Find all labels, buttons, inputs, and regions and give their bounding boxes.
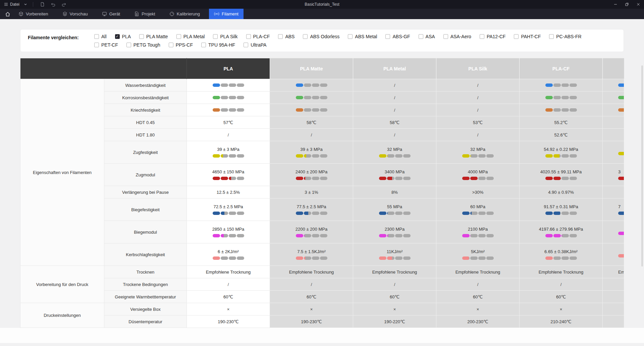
filter-row-1: All✓PLAPLA MattePLA MetalPLA SilkPLA-CFA…: [94, 34, 582, 39]
rating-bar: [545, 96, 577, 99]
filament-checkbox-pet-cf[interactable]: PET-CF: [94, 42, 118, 48]
main-nav: VorbereitenVorschauGerätProjektKalibrier…: [0, 9, 644, 19]
checkbox-box: [94, 43, 99, 47]
rating-cell: [618, 108, 624, 112]
filament-checkbox-asa[interactable]: ASA: [419, 34, 435, 39]
filament-checkbox-pla[interactable]: ✓PLA: [115, 34, 131, 39]
redo-icon[interactable]: [59, 1, 68, 8]
column-header-pla-silk[interactable]: PLA Silk: [436, 58, 520, 79]
tab-vorbereiten[interactable]: Vorbereiten: [13, 9, 53, 19]
cell-value: 55 MPa: [387, 204, 402, 209]
filament-checkbox-pa12-cf[interactable]: PA12-CF: [480, 34, 506, 39]
filament-checkbox-petg-tough[interactable]: PETG Tough: [126, 42, 160, 48]
rating-bar: [618, 108, 624, 112]
rating-bar: [296, 96, 327, 99]
value-with-bar: 4000 MPa: [436, 169, 519, 180]
column-header-pla-cf[interactable]: PLA-CF: [520, 58, 603, 79]
rating-cell: [520, 83, 602, 87]
project-icon: [134, 11, 139, 16]
filament-checkbox-abs-metal[interactable]: ABS Metal: [348, 34, 377, 39]
cell-text: Empfohlene Trocknung: [270, 270, 353, 275]
property-label: HDT 1.80: [104, 129, 187, 141]
property-label: Biegemodul: [104, 221, 187, 243]
undo-icon[interactable]: [49, 1, 57, 8]
cell-text: 190-220℃: [353, 319, 436, 324]
titlebar: Datei BasicTutorials_Test: [0, 0, 644, 9]
value-cell: /: [353, 79, 436, 92]
checkbox-checked-icon: ✓: [115, 34, 120, 39]
value-cell: 53℃: [436, 116, 520, 129]
tab-vorschau[interactable]: Vorschau: [57, 9, 93, 19]
rating-bar: [462, 154, 494, 158]
rating-bar: [213, 154, 244, 158]
value-cell: 190-220℃: [353, 315, 436, 328]
filament-checkbox-abs-odorless[interactable]: ABS Odorless: [303, 34, 339, 39]
tab-label: Filament: [222, 11, 238, 16]
filament-checkbox-abs[interactable]: ABS: [278, 34, 294, 39]
filament-checkbox-tpu-95a-hf[interactable]: TPU 95A-HF: [201, 42, 235, 48]
rating-cell: [270, 108, 353, 112]
cell-text: 57℃: [187, 120, 270, 125]
vertical-scrollbar[interactable]: [641, 65, 643, 267]
rating-bar: [462, 177, 494, 180]
no-data-slash: /: [353, 282, 436, 287]
restore-button[interactable]: [621, 0, 633, 9]
checkbox-label: PLA-CF: [253, 34, 270, 39]
tab-filament[interactable]: Filament: [209, 9, 244, 19]
no-data-slash: /: [353, 132, 436, 137]
checkbox-label: ABS-GF: [392, 34, 410, 39]
table-row-hdt-1-80: HDT 1.80////52.6℃: [20, 129, 624, 141]
checkbox-label: ASA-Aero: [450, 34, 471, 39]
column-header-pla-matte[interactable]: PLA Matte: [270, 58, 353, 79]
filament-checkbox-asa-aero[interactable]: ASA-Aero: [443, 34, 471, 39]
value-with-bar: [618, 229, 624, 235]
cross-mark: ×: [187, 307, 270, 312]
value-cell: Empfohlene Trocknung: [270, 266, 353, 278]
cell-value: 32 MPa: [387, 147, 402, 152]
filament-checkbox-ultrapa[interactable]: UltraPA: [244, 42, 266, 48]
value-with-bar: [618, 150, 624, 155]
rating-bar: [545, 256, 577, 260]
value-with-bar: 2200 ± 200 MPa: [270, 227, 353, 237]
filament-checkbox-pla-metal[interactable]: PLA Metal: [176, 34, 205, 39]
filament-checkbox-pc-abs-fr[interactable]: PC-ABS-FR: [549, 34, 581, 39]
home-button[interactable]: [2, 9, 13, 19]
value-cell: 32 MPa: [436, 141, 520, 164]
table-header-row: PLAPLA MattePLA MetalPLA SilkPLA-CF: [20, 58, 624, 79]
value-with-bar: 60 MPa: [436, 204, 519, 215]
filament-checkbox-pla-silk[interactable]: PLA Silk: [213, 34, 237, 39]
rating-bar: [545, 108, 577, 112]
column-header-pla[interactable]: PLA: [187, 58, 270, 79]
new-file-icon[interactable]: [38, 1, 47, 8]
filament-checkbox-pla-cf[interactable]: PLA-CF: [246, 34, 270, 39]
minimize-button[interactable]: [610, 0, 621, 9]
value-cell: /: [353, 104, 436, 116]
value-cell: /: [436, 129, 520, 141]
cell-value: 7: [618, 204, 621, 209]
checkbox-box: [201, 43, 206, 47]
rating-bar: [545, 212, 577, 215]
filament-checkbox-abs-gf[interactable]: ABS-GF: [385, 34, 410, 39]
cross-mark: ×: [436, 307, 519, 312]
property-label: Trockene Bedingungen: [104, 278, 187, 291]
property-label: Wasserbeständigkeit: [104, 79, 187, 92]
filament-checkbox-pps-cf[interactable]: PPS-CF: [169, 42, 193, 48]
cell-text: 58℃: [270, 120, 353, 125]
column-header-pla-metal[interactable]: PLA Metal: [353, 58, 436, 79]
value-with-bar: 7: [618, 204, 624, 215]
file-menu-button[interactable]: Datei: [3, 1, 21, 7]
tab-kalibrierung[interactable]: Kalibrierung: [164, 9, 205, 19]
filament-checkbox-pla-matte[interactable]: PLA Matte: [139, 34, 168, 39]
value-cell: /: [187, 129, 270, 141]
value-cell: ×: [187, 303, 270, 315]
tab-projekt[interactable]: Projekt: [129, 9, 160, 19]
no-data-slash: /: [436, 282, 519, 287]
close-button[interactable]: [633, 0, 644, 9]
filament-checkbox-all[interactable]: All: [94, 34, 107, 39]
chevron-down-icon[interactable]: [23, 1, 28, 8]
value-with-bar: 11KJ/m²: [353, 249, 436, 260]
value-cell: 91.57 ± 0.31 MPa: [520, 198, 603, 221]
tab-geraet[interactable]: Gerät: [97, 9, 125, 19]
clipped-value-cell: [603, 221, 624, 243]
filament-checkbox-paht-cf[interactable]: PAHT-CF: [514, 34, 541, 39]
